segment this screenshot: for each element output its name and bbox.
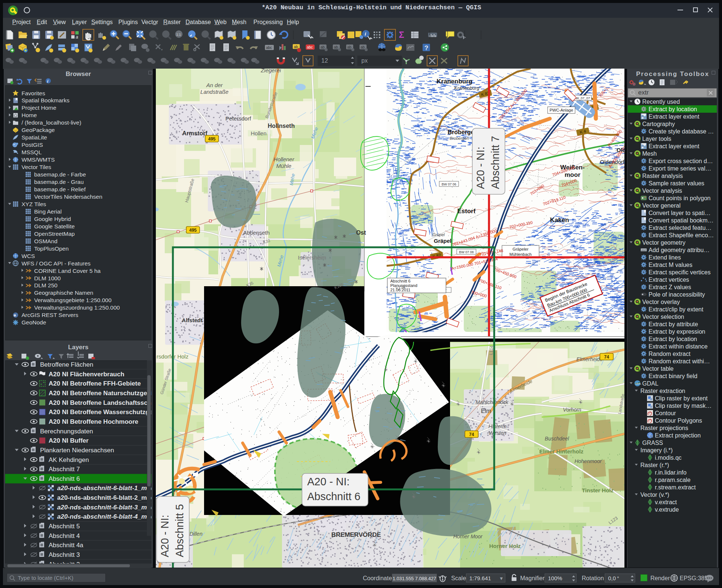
svg-text:Hinterm: Hinterm bbox=[488, 423, 506, 429]
svg-text:abc: abc bbox=[266, 46, 272, 50]
svg-text:?: ? bbox=[424, 44, 428, 52]
svg-text:Clip raster by extent: Clip raster by extent bbox=[655, 395, 708, 402]
svg-text:Raster analysis: Raster analysis bbox=[642, 173, 683, 179]
svg-text:An der: An der bbox=[206, 82, 223, 88]
svg-text:ab: ab bbox=[321, 45, 325, 49]
svg-text:Imagery (i.*): Imagery (i.*) bbox=[640, 447, 673, 453]
svg-text:Vorhorn: Vorhorn bbox=[563, 407, 581, 413]
svg-text:A20 NI Flächenverbrauch: A20 NI Flächenverbrauch bbox=[49, 371, 124, 378]
svg-text:A20 - NI:: A20 - NI: bbox=[159, 515, 171, 557]
svg-text:Extract M values: Extract M values bbox=[649, 262, 692, 268]
svg-text:Random extract withi…: Random extract withi… bbox=[649, 358, 710, 364]
svg-text:Elm: Elm bbox=[481, 408, 491, 414]
svg-text:A20 NI Betroffene Landschaftss: A20 NI Betroffene Landschaftsschutzge bbox=[49, 399, 151, 406]
svg-text:A20 - NI:: A20 - NI: bbox=[475, 147, 486, 189]
svg-text:Abschnitt 4: Abschnitt 4 bbox=[49, 532, 80, 539]
svg-text:GRASS: GRASS bbox=[642, 440, 663, 446]
svg-text:px: px bbox=[361, 57, 368, 64]
svg-text:v.extract: v.extract bbox=[655, 499, 677, 505]
svg-text:Elmer Hinterholz: Elmer Hinterholz bbox=[539, 448, 583, 455]
svg-text:74: 74 bbox=[469, 432, 474, 437]
svg-text:AK Kehdingen: AK Kehdingen bbox=[49, 456, 89, 463]
svg-text:Clip raster by mask…: Clip raster by mask… bbox=[655, 403, 712, 409]
svg-text:Ziegerei: Ziegerei bbox=[260, 69, 281, 73]
svg-text:i: i bbox=[365, 31, 366, 37]
svg-text:Estorf: Estorf bbox=[457, 208, 475, 215]
svg-text:Extract/clip by extent: Extract/clip by extent bbox=[649, 306, 703, 313]
svg-text:ArcGIS REST Servers: ArcGIS REST Servers bbox=[22, 312, 78, 318]
svg-text:Extract binary field: Extract binary field bbox=[649, 373, 698, 379]
svg-text:Extract specific vertices: Extract specific vertices bbox=[649, 269, 710, 275]
svg-text:WCS: WCS bbox=[22, 253, 35, 259]
svg-text:Hollen: Hollen bbox=[251, 130, 267, 136]
svg-text:Vector overlay: Vector overlay bbox=[642, 299, 680, 305]
svg-text:a20-nds-abschnitt-6-blatt-3_mo: a20-nds-abschnitt-6-blatt-3_modifi bbox=[57, 504, 151, 511]
svg-text:Broberge: Broberge bbox=[447, 129, 474, 135]
svg-text:basemap.de - Grau: basemap.de - Grau bbox=[34, 179, 84, 185]
svg-text:Abschnitt 5: Abschnitt 5 bbox=[49, 523, 80, 530]
svg-text:GDAL: GDAL bbox=[635, 383, 641, 385]
svg-text:Google Satellite: Google Satellite bbox=[34, 223, 75, 229]
svg-text:PostGIS: PostGIS bbox=[22, 142, 43, 148]
svg-text:Gräpeler: Gräpeler bbox=[513, 247, 529, 251]
svg-text:Abschnitt 4a: Abschnitt 4a bbox=[49, 542, 83, 549]
svg-text:Verwaltungsgebiete 1:250.000: Verwaltungsgebiete 1:250.000 bbox=[34, 297, 112, 303]
svg-text:Horner Moor: Horner Moor bbox=[453, 534, 483, 539]
svg-text:Vector selection: Vector selection bbox=[642, 314, 684, 320]
svg-text:Buschdeel: Buschdeel bbox=[545, 436, 569, 442]
svg-text:Extract Z values: Extract Z values bbox=[649, 284, 691, 290]
svg-text:VectorTiles Niedersachsen: VectorTiles Niedersachsen bbox=[34, 194, 102, 200]
svg-text:v.extrude: v.extrude bbox=[655, 506, 679, 513]
svg-text:GeoPackage: GeoPackage bbox=[22, 127, 55, 133]
svg-text:Extract by attribute: Extract by attribute bbox=[649, 321, 698, 327]
svg-text:Landstraße: Landstraße bbox=[200, 89, 229, 95]
svg-text:A20 NI Betroffene Naturschutzg: A20 NI Betroffene Naturschutzgebiete bbox=[49, 390, 151, 397]
svg-text:moor: moor bbox=[565, 171, 581, 178]
svg-text:Home: Home bbox=[22, 112, 37, 118]
svg-text:Hollnseth: Hollnseth bbox=[268, 123, 295, 129]
svg-text:Layer tools: Layer tools bbox=[642, 136, 671, 142]
svg-text:ab: ab bbox=[347, 45, 352, 49]
svg-text:A20 NI Betroffene FFH-Gebiete: A20 NI Betroffene FFH-Gebiete bbox=[49, 380, 141, 387]
svg-text:Tinster Holz: Tinster Holz bbox=[582, 487, 614, 493]
svg-text:Raster extraction: Raster extraction bbox=[640, 388, 685, 394]
svg-text:Hohenmoor: Hohenmoor bbox=[574, 458, 602, 464]
svg-text:Extract by location: Extract by location bbox=[649, 336, 697, 342]
svg-text:Gräpel: Gräpel bbox=[434, 238, 452, 244]
svg-text:Spatial Bookmarks: Spatial Bookmarks bbox=[22, 97, 69, 103]
svg-text:Contour Polygons: Contour Polygons bbox=[655, 417, 702, 424]
svg-text:MSSQL: MSSQL bbox=[22, 149, 42, 155]
svg-text:/ (fedora_localhost-live): / (fedora_localhost-live) bbox=[22, 119, 81, 126]
svg-text:Hollener: Hollener bbox=[273, 156, 295, 162]
svg-text:Horner Holz: Horner Holz bbox=[489, 543, 521, 549]
svg-text:ab: ab bbox=[294, 45, 298, 49]
svg-text:Random extract: Random extract bbox=[649, 351, 690, 357]
svg-text:basemap.de - Relief: basemap.de - Relief bbox=[34, 186, 86, 192]
svg-text:Convert spatial bookm…: Convert spatial bookm… bbox=[649, 217, 713, 224]
svg-text:12: 12 bbox=[321, 57, 328, 64]
svg-text:OSMAnd: OSMAnd bbox=[34, 238, 58, 244]
svg-text:DLM 250: DLM 250 bbox=[34, 282, 58, 288]
svg-text:Pole of inaccessibility: Pole of inaccessibility bbox=[649, 291, 705, 298]
svg-text:Favorites: Favorites bbox=[22, 90, 45, 96]
svg-text:Contour: Contour bbox=[655, 410, 676, 416]
svg-text:Westen: Westen bbox=[489, 430, 506, 436]
svg-text:Extract layer extent: Extract layer extent bbox=[649, 113, 700, 120]
svg-text:Recently used: Recently used bbox=[642, 99, 680, 105]
svg-text:Cartography: Cartography bbox=[642, 121, 675, 127]
svg-text:Extract layer extent: Extract layer extent bbox=[649, 143, 700, 149]
svg-text:A20 NI Betroffene Wasserschutz: A20 NI Betroffene Wasserschutzgebie bbox=[49, 409, 151, 416]
svg-text:Ost: Ost bbox=[356, 229, 366, 236]
svg-text:BW 07 08: BW 07 08 bbox=[459, 250, 474, 254]
svg-text:Σ: Σ bbox=[399, 30, 404, 40]
svg-text:Raster (r.*): Raster (r.*) bbox=[640, 462, 669, 468]
svg-text:Kaken: Kaken bbox=[550, 217, 569, 224]
svg-text:GDAL: GDAL bbox=[642, 380, 659, 387]
svg-text:Add geometry attribu…: Add geometry attribu… bbox=[649, 247, 710, 253]
svg-text:r.stream.extract: r.stream.extract bbox=[655, 484, 696, 490]
svg-text:Plankarten Niedersachsen: Plankarten Niedersachsen bbox=[40, 447, 114, 454]
svg-text:ab: ab bbox=[334, 45, 338, 49]
svg-text:Marschdroock: Marschdroock bbox=[476, 399, 509, 405]
svg-text:Betroffene Flächen: Betroffene Flächen bbox=[40, 361, 93, 368]
svg-text:Abschnitt 6: Abschnitt 6 bbox=[307, 490, 360, 502]
